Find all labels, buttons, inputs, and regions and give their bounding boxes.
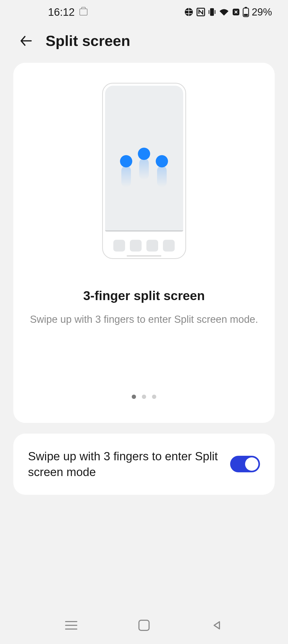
- phone-dock: [103, 240, 185, 252]
- recents-icon: [65, 621, 77, 630]
- battery-icon: [243, 7, 249, 17]
- header: Split screen: [0, 24, 288, 63]
- setting-label: Swipe up with 3 fingers to enter Split s…: [28, 448, 222, 480]
- page-indicator: [13, 395, 275, 423]
- phone-screen: [105, 86, 183, 231]
- home-button[interactable]: [137, 619, 151, 632]
- page-dot[interactable]: [132, 395, 136, 399]
- network-icon: [184, 7, 194, 17]
- svg-rect-5: [245, 7, 247, 8]
- toggle-switch[interactable]: [230, 456, 260, 472]
- back-triangle-icon: [211, 620, 222, 631]
- data-saver-icon: [232, 8, 240, 16]
- status-left: 16:12: [48, 6, 87, 18]
- status-right: 29%: [184, 6, 272, 18]
- navigation-bar: [0, 607, 288, 644]
- arrow-left-icon: [19, 33, 34, 48]
- wifi-icon: [219, 7, 229, 17]
- back-button[interactable]: [19, 33, 34, 48]
- page-title: Split screen: [46, 32, 130, 49]
- recents-button[interactable]: [65, 619, 78, 632]
- setting-row[interactable]: Swipe up with 3 fingers to enter Split s…: [13, 434, 275, 495]
- work-profile-icon: [79, 9, 87, 15]
- phone-mock: [102, 83, 186, 259]
- three-finger-swipe-icon: [120, 155, 168, 167]
- svg-rect-6: [244, 14, 248, 16]
- vibrate-icon: [208, 7, 216, 17]
- page-dot[interactable]: [142, 395, 146, 399]
- info-card[interactable]: 3-finger split screen Swipe up with 3 fi…: [13, 63, 275, 423]
- page-dot[interactable]: [152, 395, 156, 399]
- back-nav-button[interactable]: [210, 619, 223, 632]
- battery-percent: 29%: [252, 6, 272, 18]
- status-bar: 16:12 29%: [0, 0, 288, 24]
- svg-rect-2: [210, 8, 214, 16]
- nfc-icon: [196, 7, 205, 17]
- home-icon: [138, 620, 150, 631]
- illustration: [13, 63, 275, 259]
- card-description: Swipe up with 3 fingers to enter Split s…: [13, 314, 275, 325]
- card-title: 3-finger split screen: [13, 288, 275, 303]
- status-time: 16:12: [48, 6, 75, 18]
